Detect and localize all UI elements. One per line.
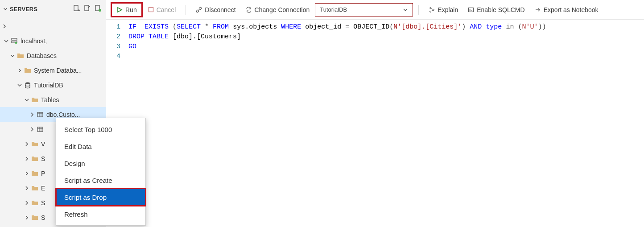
editor-code[interactable]: IF EXISTS (SELECT * FROM sys.objects WHE… — [128, 22, 644, 227]
tree-item-label: TutorialDB — [34, 82, 63, 89]
folder-icon — [16, 52, 25, 59]
export-notebook-button[interactable]: Export as Notebook — [530, 3, 603, 17]
svg-rect-9 — [37, 127, 43, 132]
tree-item-label: Tables — [41, 96, 59, 103]
line-number: 3 — [106, 42, 120, 52]
folder-icon — [30, 155, 39, 162]
database-icon — [23, 82, 32, 89]
twisty-icon[interactable] — [23, 156, 30, 161]
twisty-icon[interactable] — [23, 171, 30, 176]
tree-item-label: E — [41, 185, 45, 192]
change-connection-label: Change Connection — [255, 6, 310, 13]
tree-item-label: V — [41, 140, 45, 148]
twisty-icon[interactable] — [1, 24, 8, 29]
server-icon — [10, 37, 19, 45]
twisty-icon[interactable] — [23, 97, 30, 103]
line-number: 2 — [106, 32, 120, 42]
panel-title: SERVERS — [9, 6, 73, 12]
cancel-button: Cancel — [144, 3, 181, 17]
line-number: 4 — [106, 52, 120, 62]
run-highlight-box: Run — [111, 2, 143, 17]
tree-item-label: S — [41, 155, 45, 162]
svg-point-3 — [99, 9, 101, 12]
enable-sqlcmd-button[interactable]: Enable SQLCMD — [463, 3, 529, 17]
context-menu-item[interactable]: Design — [56, 155, 145, 172]
new-query-icon[interactable] — [83, 4, 91, 14]
tree-item-label: System Databa... — [34, 67, 82, 74]
run-button[interactable]: Run — [112, 4, 141, 16]
context-menu-item[interactable]: Refresh — [56, 206, 145, 223]
export-notebook-label: Export as Notebook — [544, 6, 599, 13]
tree-item-label: S — [41, 214, 45, 221]
svg-rect-4 — [12, 38, 17, 40]
tree-item-label: Databases — [27, 52, 57, 59]
twisty-icon[interactable] — [9, 53, 16, 58]
folder-icon — [30, 199, 39, 206]
table-icon — [36, 126, 45, 133]
tree-item-label: S — [41, 199, 45, 206]
folder-icon — [30, 185, 39, 192]
twisty-icon[interactable] — [3, 38, 10, 44]
toolbar: Run Cancel Disconnect Change Connection … — [106, 0, 644, 20]
tree-item-label: P — [41, 170, 45, 177]
disconnect-button[interactable]: Disconnect — [191, 3, 240, 17]
tree-item[interactable]: System Databa... — [0, 63, 106, 78]
folder-icon — [23, 67, 32, 74]
new-connection-icon[interactable] — [73, 4, 81, 14]
separator — [418, 5, 419, 15]
database-select-value: TutorialDB — [320, 6, 347, 13]
tree-item-label: dbo.Custo... — [46, 111, 80, 118]
svg-point-7 — [25, 82, 30, 84]
twisty-icon[interactable] — [16, 83, 23, 88]
main: Run Cancel Disconnect Change Connection … — [106, 0, 644, 227]
cancel-label: Cancel — [157, 6, 176, 13]
context-menu-item[interactable]: Script as Create — [56, 172, 145, 189]
context-menu-item[interactable]: Script as Drop — [56, 189, 145, 206]
new-group-icon[interactable] — [94, 4, 102, 14]
disconnect-label: Disconnect — [205, 6, 235, 13]
context-menu: Select Top 1000Edit DataDesignScript as … — [56, 118, 146, 226]
tree-item[interactable]: Tables — [0, 92, 106, 107]
svg-point-6 — [15, 41, 17, 43]
twisty-icon[interactable] — [23, 215, 30, 220]
collapse-panel-icon[interactable] — [2, 5, 9, 12]
svg-rect-14 — [469, 8, 474, 12]
twisty-icon[interactable] — [29, 112, 36, 117]
tree-item[interactable]: localhost, — [0, 33, 106, 48]
enable-sqlcmd-label: Enable SQLCMD — [477, 6, 524, 13]
editor[interactable]: 1234 IF EXISTS (SELECT * FROM sys.object… — [106, 20, 644, 227]
folder-icon — [30, 170, 39, 177]
tree-item-label: localhost, — [21, 37, 47, 45]
folder-icon — [30, 140, 39, 148]
twisty-icon[interactable] — [16, 68, 23, 73]
tree-item[interactable]: Databases — [0, 48, 106, 63]
folder-icon — [30, 96, 39, 103]
context-menu-item[interactable]: Edit Data — [56, 138, 145, 155]
sidebar-header: SERVERS — [0, 0, 106, 18]
svg-rect-10 — [149, 8, 153, 12]
run-label: Run — [125, 6, 137, 13]
line-number: 1 — [106, 22, 120, 32]
twisty-icon[interactable] — [23, 200, 30, 206]
folder-icon — [30, 214, 39, 221]
svg-rect-0 — [74, 5, 78, 11]
change-connection-button[interactable]: Change Connection — [241, 3, 314, 17]
tree-item[interactable]: TutorialDB — [0, 78, 106, 92]
chevron-down-icon — [403, 7, 408, 12]
context-menu-item[interactable]: Select Top 1000 — [56, 121, 145, 138]
table-icon — [36, 111, 45, 118]
separator — [186, 5, 186, 15]
twisty-icon[interactable] — [29, 127, 36, 132]
tree-item[interactable] — [0, 19, 106, 33]
explain-label: Explain — [438, 6, 458, 13]
explain-button[interactable]: Explain — [424, 3, 462, 17]
twisty-icon[interactable] — [23, 141, 30, 147]
svg-rect-8 — [37, 112, 43, 117]
database-select[interactable]: TutorialDB — [315, 3, 413, 17]
twisty-icon[interactable] — [23, 186, 30, 191]
